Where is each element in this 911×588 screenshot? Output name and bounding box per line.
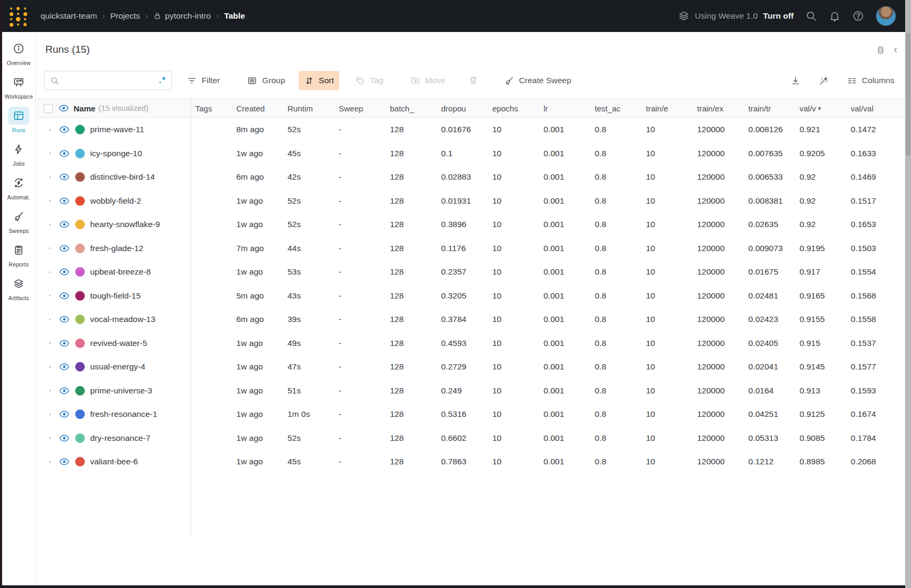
column-header-created[interactable]: Created bbox=[231, 104, 283, 113]
column-header-train-tr[interactable]: train/tr bbox=[744, 104, 795, 113]
row-drag-handle[interactable] bbox=[49, 437, 51, 439]
run-color-dot[interactable] bbox=[75, 339, 85, 348]
run-color-dot[interactable] bbox=[75, 172, 85, 182]
run-name-link[interactable]: wobbly-field-2 bbox=[90, 196, 141, 206]
column-header-batch-[interactable]: batch_ bbox=[385, 104, 436, 113]
run-name-link[interactable]: vocal-meadow-13 bbox=[90, 315, 155, 324]
row-drag-handle[interactable] bbox=[49, 152, 51, 154]
run-visibility-eye-icon[interactable] bbox=[59, 363, 69, 370]
run-color-dot[interactable] bbox=[75, 220, 85, 229]
run-visibility-eye-icon[interactable] bbox=[59, 245, 69, 252]
run-name-link[interactable]: icy-sponge-10 bbox=[90, 149, 142, 158]
filter-button[interactable]: Filter bbox=[181, 71, 225, 90]
run-color-dot[interactable] bbox=[75, 196, 85, 206]
column-header-test-ac[interactable]: test_ac bbox=[590, 104, 641, 113]
run-name-link[interactable]: fresh-resonance-1 bbox=[90, 409, 157, 419]
run-visibility-eye-icon[interactable] bbox=[59, 150, 69, 157]
run-color-dot[interactable] bbox=[75, 149, 85, 158]
row-drag-handle[interactable] bbox=[49, 342, 51, 344]
run-color-dot[interactable] bbox=[75, 315, 85, 324]
search-icon[interactable] bbox=[805, 10, 817, 22]
weave-turn-off-button[interactable]: Turn off bbox=[763, 11, 794, 21]
run-color-dot[interactable] bbox=[75, 386, 85, 396]
run-visibility-eye-icon[interactable] bbox=[59, 126, 69, 133]
row-drag-handle[interactable] bbox=[49, 271, 51, 273]
run-color-dot[interactable] bbox=[75, 433, 85, 443]
run-visibility-eye-icon[interactable] bbox=[59, 268, 69, 276]
breadcrumb-item-pytorch-intro[interactable]: pytorch-intro bbox=[153, 11, 211, 21]
run-name-link[interactable]: prime-wave-11 bbox=[90, 125, 144, 134]
run-visibility-eye-icon[interactable] bbox=[59, 410, 69, 418]
scrollbar-thumb[interactable] bbox=[906, 33, 910, 156]
run-name-link[interactable]: upbeat-breeze-8 bbox=[90, 267, 151, 277]
run-color-dot[interactable] bbox=[75, 267, 85, 277]
sidebar-item-automat[interactable]: Automat. bbox=[3, 174, 35, 200]
row-drag-handle[interactable] bbox=[49, 129, 51, 131]
row-drag-handle[interactable] bbox=[49, 200, 51, 202]
row-drag-handle[interactable] bbox=[49, 414, 51, 415]
row-drag-handle[interactable] bbox=[49, 176, 51, 178]
move-button[interactable]: Move bbox=[405, 71, 451, 90]
sidebar-item-jobs[interactable]: Jobs bbox=[3, 140, 35, 167]
column-header-lr[interactable]: lr bbox=[539, 104, 590, 113]
sidebar-item-overview[interactable]: Overview bbox=[3, 39, 35, 66]
column-header-dropou[interactable]: dropou bbox=[436, 104, 488, 113]
column-header-train-e[interactable]: train/e bbox=[641, 104, 692, 113]
run-visibility-eye-icon[interactable] bbox=[59, 434, 69, 442]
create-sweep-button[interactable]: Create Sweep bbox=[499, 71, 577, 90]
sidebar-item-sweeps[interactable]: Sweeps bbox=[3, 207, 35, 234]
column-header-val-v[interactable]: val/v▾ bbox=[795, 104, 846, 113]
run-name-link[interactable]: distinctive-bird-14 bbox=[90, 172, 155, 182]
column-header-runtim[interactable]: Runtim bbox=[283, 104, 334, 113]
delete-button[interactable] bbox=[463, 71, 484, 90]
run-name-link[interactable]: tough-field-15 bbox=[90, 291, 141, 301]
name-header-label[interactable]: Name bbox=[74, 104, 95, 113]
run-visibility-eye-icon[interactable] bbox=[59, 292, 69, 300]
row-drag-handle[interactable] bbox=[49, 247, 51, 249]
run-visibility-eye-icon[interactable] bbox=[59, 197, 69, 205]
group-button[interactable]: Group bbox=[242, 71, 290, 90]
search-box[interactable]: .* bbox=[44, 71, 172, 90]
breadcrumb-item-Projects[interactable]: Projects bbox=[110, 11, 140, 21]
run-color-dot[interactable] bbox=[75, 362, 85, 372]
breadcrumb-item-Table[interactable]: Table bbox=[224, 11, 245, 21]
run-visibility-eye-icon[interactable] bbox=[59, 387, 69, 394]
breadcrumb-item-quickstart-team[interactable]: quickstart-team bbox=[41, 11, 97, 21]
row-drag-handle[interactable] bbox=[49, 461, 51, 463]
run-name-link[interactable]: hearty-snowflake-9 bbox=[90, 220, 160, 229]
sidebar-item-workspace[interactable]: Workspace bbox=[3, 73, 35, 100]
run-name-link[interactable]: fresh-glade-12 bbox=[90, 244, 143, 253]
page-scrollbar[interactable] bbox=[905, 0, 911, 588]
export-download-button[interactable] bbox=[785, 71, 806, 90]
sidebar-item-reports[interactable]: Reports bbox=[3, 241, 35, 268]
run-visibility-eye-icon[interactable] bbox=[59, 458, 69, 465]
column-header-tags[interactable]: Tags bbox=[190, 104, 231, 113]
row-drag-handle[interactable] bbox=[49, 295, 51, 296]
select-all-checkbox[interactable] bbox=[44, 104, 53, 113]
collapse-panel-icon[interactable] bbox=[891, 46, 900, 54]
visibility-all-eye-icon[interactable] bbox=[59, 104, 69, 112]
column-header-sweep[interactable]: Sweep bbox=[334, 104, 385, 113]
row-drag-handle[interactable] bbox=[49, 390, 51, 391]
column-header-epochs[interactable]: epochs bbox=[488, 104, 539, 113]
magic-wand-button[interactable] bbox=[813, 71, 834, 90]
sidebar-item-artifacts[interactable]: Artifacts bbox=[3, 275, 35, 301]
help-icon[interactable] bbox=[852, 10, 864, 22]
run-color-dot[interactable] bbox=[75, 291, 85, 301]
pinned-column-divider[interactable] bbox=[190, 98, 191, 536]
run-visibility-eye-icon[interactable] bbox=[59, 316, 69, 323]
columns-button[interactable]: Columns bbox=[842, 71, 900, 90]
run-name-link[interactable]: dry-resonance-7 bbox=[90, 433, 150, 443]
run-name-link[interactable]: usual-energy-4 bbox=[90, 362, 145, 372]
sort-button[interactable]: Sort bbox=[299, 71, 339, 90]
tag-button[interactable]: Tag bbox=[350, 71, 389, 90]
search-input[interactable] bbox=[63, 76, 155, 85]
run-name-link[interactable]: prime-universe-3 bbox=[90, 386, 152, 396]
row-drag-handle[interactable] bbox=[49, 319, 51, 320]
row-drag-handle[interactable] bbox=[49, 366, 51, 368]
run-color-dot[interactable] bbox=[75, 125, 85, 134]
row-drag-handle[interactable] bbox=[49, 224, 51, 225]
column-header-train-ex[interactable]: train/ex bbox=[692, 104, 744, 113]
run-color-dot[interactable] bbox=[75, 457, 85, 466]
run-color-dot[interactable] bbox=[75, 409, 85, 419]
